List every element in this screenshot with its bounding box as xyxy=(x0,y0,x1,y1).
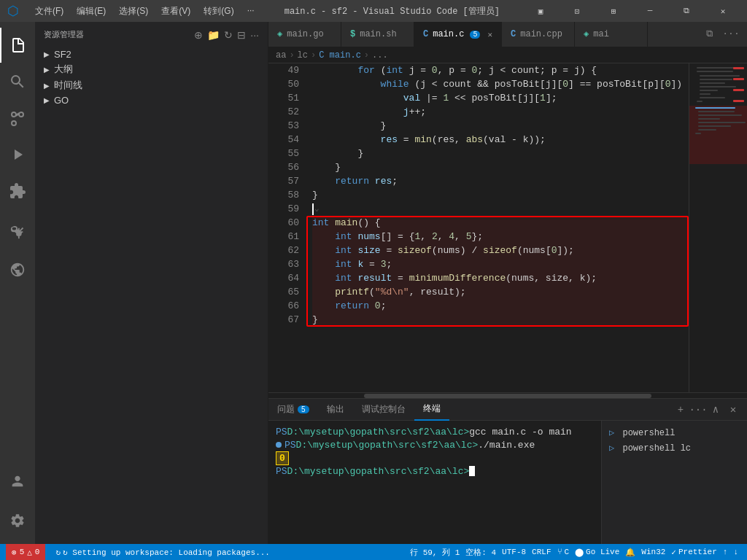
status-spaces[interactable]: 空格: 4 xyxy=(462,547,499,558)
sidebar-item-sf2[interactable]: ▶ SF2 xyxy=(35,47,268,61)
code-line-61: int nums[] = {1, 2, 4, 5}; xyxy=(312,230,689,244)
code-content[interactable]: for (int j = 0, p = 0; j < count; p = j)… xyxy=(305,63,689,392)
sidebar-item-go[interactable]: ▶ GO xyxy=(35,93,268,107)
status-notification[interactable]: 🔔 xyxy=(622,547,638,558)
horizontal-scrollbar[interactable] xyxy=(268,392,747,398)
breadcrumb-part-more[interactable]: ... xyxy=(372,50,388,61)
terminal-item-label: powershell lc xyxy=(622,443,691,454)
tab-mainsh[interactable]: $ main.sh xyxy=(341,22,414,47)
code-line-56: } xyxy=(312,160,689,174)
maximize-panel-button[interactable]: ∧ xyxy=(708,402,724,418)
tab-mainc[interactable]: C main.c 5 ✕ xyxy=(414,22,502,47)
terminal-item-powershell-lc[interactable]: ▷ powershell lc xyxy=(602,440,747,456)
status-win32[interactable]: Win32 xyxy=(638,547,668,558)
svg-rect-15 xyxy=(698,118,720,120)
status-loading[interactable]: ↻ ↻ Setting up workspace: Loading packag… xyxy=(53,548,273,557)
panel-badge: 5 xyxy=(298,405,309,413)
panel-controls: + ··· ∧ ✕ xyxy=(667,402,747,418)
terminal-line-4: PS D:\mysetup\gopath\src\sf2\aa\lc> xyxy=(276,464,594,478)
branch-text: C xyxy=(565,548,570,556)
status-encoding[interactable]: UTF-8 xyxy=(499,547,529,558)
status-errors[interactable]: ⊗ 5 △ 0 xyxy=(6,544,45,560)
menu-select[interactable]: 选择(S) xyxy=(113,4,154,19)
svg-rect-16 xyxy=(698,122,746,123)
tab-overflow-button[interactable]: ··· xyxy=(721,22,741,47)
new-folder-icon[interactable]: 📁 xyxy=(207,29,220,41)
source-control-icon[interactable] xyxy=(0,101,35,136)
breadcrumb-part-file[interactable]: C main.c xyxy=(319,50,361,61)
status-eol[interactable]: CRLF xyxy=(529,547,554,558)
code-line-65: printf("%d\n", result); xyxy=(312,285,689,299)
run-icon[interactable] xyxy=(0,137,35,172)
restore-button[interactable]: ⧉ xyxy=(670,0,703,22)
tab-split-button[interactable]: ⧉ xyxy=(699,22,719,47)
refresh-icon[interactable]: ↻ xyxy=(224,29,233,41)
menu-edit[interactable]: 编辑(E) xyxy=(71,4,112,19)
panel-tab-terminal[interactable]: 终端 xyxy=(414,399,449,421)
tab-close-button[interactable]: ✕ xyxy=(487,30,492,39)
status-download[interactable]: ↓ xyxy=(730,547,741,558)
svg-rect-2 xyxy=(697,71,733,72)
sidebar-item-timeline[interactable]: ▶ 时间线 xyxy=(35,77,268,93)
sidebar-item-outline[interactable]: ▶ 大纲 xyxy=(35,61,268,77)
titlebar-title: main.c - sf2 - Visual Studio Code [管理员] xyxy=(260,5,524,18)
panel-tab-output[interactable]: 输出 xyxy=(318,399,353,421)
files-icon[interactable] xyxy=(0,28,35,63)
minimize-button[interactable]: ─ xyxy=(633,0,667,22)
close-button[interactable]: ✕ xyxy=(706,0,740,22)
extensions-icon[interactable] xyxy=(0,174,35,209)
account-icon[interactable] xyxy=(0,464,35,499)
breadcrumb-part-aa[interactable]: aa xyxy=(276,50,286,61)
sidebar-item-label: SF2 xyxy=(54,49,71,60)
tab-mai[interactable]: ◈ mai xyxy=(575,22,648,47)
svg-rect-22 xyxy=(733,89,744,91)
panel-tab-label: 调试控制台 xyxy=(362,403,406,416)
terminal-path: D:\mysetup\gopath\src\sf2\aa\lc> xyxy=(287,427,470,438)
tab-maingo[interactable]: ◈ main.go xyxy=(268,22,341,47)
search-icon[interactable] xyxy=(0,64,35,99)
settings-icon[interactable] xyxy=(0,503,35,538)
error-count: 5 xyxy=(20,548,25,556)
status-golive[interactable]: ⬤ Go Live xyxy=(572,547,622,558)
svg-rect-6 xyxy=(700,86,736,88)
tab-badge: 5 xyxy=(470,31,480,39)
more-icon[interactable]: ··· xyxy=(250,29,259,41)
add-terminal-button[interactable]: + xyxy=(673,402,689,418)
code-line-53: } xyxy=(312,119,689,133)
code-line-63: int k = 3; xyxy=(312,257,689,271)
panel-tab-debug[interactable]: 调试控制台 xyxy=(353,399,414,421)
sidebar-item-label: 大纲 xyxy=(54,63,73,76)
menu-view[interactable]: 查看(V) xyxy=(155,4,196,19)
terminal-main[interactable]: PS D:\mysetup\gopath\src\sf2\aa\lc> gcc … xyxy=(268,421,601,544)
svg-rect-21 xyxy=(733,78,744,80)
new-file-icon[interactable]: ⊕ xyxy=(194,29,203,41)
close-panel-button[interactable]: ✕ xyxy=(725,402,741,418)
menu-file[interactable]: 文件(F) xyxy=(29,4,69,19)
panel-tab-problems[interactable]: 问题 5 xyxy=(268,399,318,421)
status-upload[interactable]: ↑ xyxy=(720,547,731,558)
status-position[interactable]: 行 59, 列 1 xyxy=(407,547,462,558)
collapse-icon[interactable]: ⊟ xyxy=(237,29,246,41)
tab-maincpp[interactable]: C main.cpp xyxy=(502,22,575,47)
svg-rect-20 xyxy=(733,67,744,69)
terminal-item-powershell[interactable]: ▷ powershell xyxy=(602,425,747,440)
encoding-text: UTF-8 xyxy=(502,548,526,556)
status-prettier[interactable]: ✓ Prettier xyxy=(668,547,719,558)
main-area: 资源管理器 ⊕ 📁 ↻ ⊟ ··· ▶ SF2 ▶ 大纲 ▶ 时间线 xyxy=(0,22,747,544)
tab-label: main.sh xyxy=(360,29,396,39)
test-icon[interactable] xyxy=(0,216,35,251)
menu-more[interactable]: ··· xyxy=(241,4,260,19)
svg-rect-17 xyxy=(698,125,731,127)
breadcrumb-part-lc[interactable]: lc xyxy=(298,50,308,61)
remote-icon[interactable] xyxy=(0,252,35,287)
menu-goto[interactable]: 转到(G) xyxy=(198,4,239,19)
loading-icon: ↻ xyxy=(55,548,61,557)
more-terminal-button[interactable]: ··· xyxy=(690,402,706,418)
tab-label: mai xyxy=(593,29,609,39)
status-branch[interactable]: ⑂ C xyxy=(554,547,573,558)
minimap xyxy=(689,63,747,392)
tab-label: main.c xyxy=(433,29,464,39)
position-text: 行 59, 列 1 xyxy=(410,547,460,558)
terminal-ps: PS xyxy=(276,427,287,438)
breadcrumb-sep: › xyxy=(289,50,294,61)
